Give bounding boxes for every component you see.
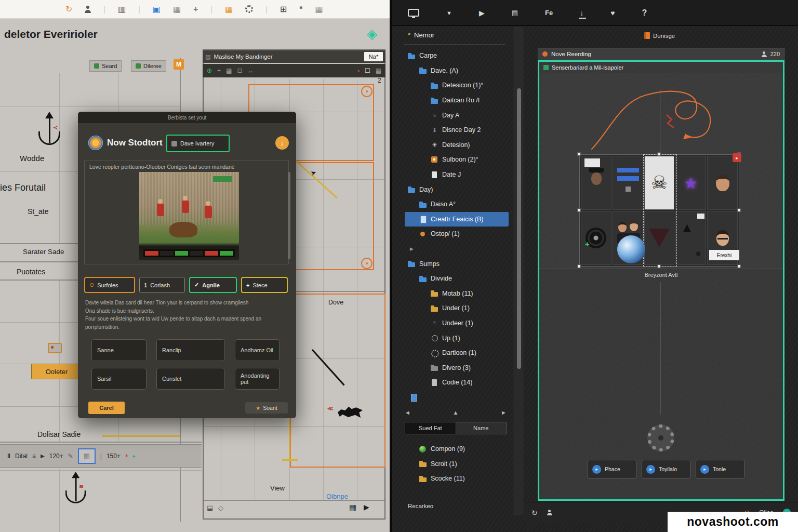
tree-item[interactable]: Undeer (1) [405, 316, 509, 331]
red-dot-icon[interactable]: ▪ [357, 67, 360, 74]
corlash-button[interactable]: 1 Corlash [139, 277, 185, 293]
checkbox-icon[interactable]: ☐ [365, 67, 370, 74]
sprite-cell-face[interactable] [707, 156, 738, 210]
box-icon[interactable]: ⊡ [237, 67, 242, 74]
pause-icon[interactable]: ‖ [7, 453, 10, 460]
nav-up-icon[interactable]: ▲ [453, 409, 459, 416]
selection-rect[interactable] [290, 294, 385, 468]
rotate-handle[interactable] [361, 258, 373, 269]
tree-item[interactable]: Under (1) [405, 301, 509, 316]
green-plus-icon[interactable]: + [585, 240, 590, 248]
option-button[interactable]: Ranclip [156, 339, 225, 361]
sprite-cell-purple-burst[interactable]: ★ [675, 156, 706, 210]
tab-name[interactable]: Name [456, 422, 507, 434]
sprite-editor-canvas[interactable]: Senserbariard a Mil-Isapoler [538, 60, 784, 501]
option-button[interactable]: Cunslet [156, 368, 225, 390]
tree-item[interactable]: Creattr Feaicis (B) [405, 212, 509, 227]
badge-m[interactable]: M [174, 59, 184, 70]
sprite-cell-blue-bars[interactable] [613, 156, 643, 210]
window-icon[interactable]: ▣ [153, 5, 161, 14]
ooleter-button[interactable]: Ooleter [31, 364, 82, 379]
tree-item[interactable]: Divvide [405, 271, 509, 286]
dialog-titlebar[interactable]: Berbista set yout [78, 112, 296, 123]
selected-frame-cell[interactable]: ▦ [78, 448, 96, 464]
nav-right-icon[interactable]: ► [501, 409, 507, 416]
spark-icon[interactable]: * [299, 5, 302, 14]
tree-item[interactable]: Dave. (A) [405, 63, 509, 78]
cube-icon[interactable]: ⬓ [207, 504, 213, 512]
tree-item[interactable]: Dartloon (1) [405, 345, 509, 361]
tree-item[interactable]: Scocke (11) [405, 471, 507, 486]
tree-item[interactable]: Detesion) [405, 138, 509, 153]
grid-icon[interactable]: ▦ [226, 67, 232, 74]
panel2-chip[interactable]: Na* [364, 52, 383, 61]
tab-sued-fat[interactable]: Sued Fat [405, 422, 456, 434]
tree-item[interactable]: Compon (9) [405, 442, 507, 457]
tree-item[interactable]: Sulboon (2)° [405, 152, 509, 167]
heart-icon[interactable]: ♥ [610, 9, 615, 17]
lone-asset-icon[interactable] [411, 394, 417, 402]
tab-dunisge[interactable]: Dunisge [644, 32, 675, 39]
nav-left-icon[interactable]: ◄ [405, 409, 410, 416]
sprite-cell-vinyl[interactable] [581, 211, 611, 265]
tree-item[interactable]: Divero (3) [405, 360, 509, 375]
crosshair-icon[interactable]: + [217, 67, 221, 74]
settings-box-icon[interactable]: ⊞ [280, 5, 287, 14]
chevron-down-icon[interactable]: ▼ [446, 10, 452, 16]
tree-item[interactable]: Carpe [405, 48, 509, 63]
tab-seard[interactable]: Seard [89, 60, 122, 72]
stece-button[interactable]: + Stece [241, 277, 288, 293]
sprite-cell-hat-face[interactable] [581, 156, 611, 210]
tree-item[interactable]: Disnce Day 2 [405, 123, 509, 138]
export-diamond-icon[interactable]: ◈ [367, 26, 377, 42]
help-icon[interactable]: ? [642, 8, 647, 18]
handle-icon[interactable]: ≡ [32, 453, 36, 460]
tree-item[interactable]: Sumps [405, 256, 509, 271]
canvas-action-button[interactable]: ▸ Tonle [696, 460, 744, 478]
chart-icon[interactable]: ▥ [118, 5, 126, 14]
gear-dial-icon[interactable] [647, 424, 674, 451]
submit-button[interactable]: ★ Soant [245, 402, 288, 414]
tree-item[interactable]: Codie (14) [405, 375, 509, 390]
flag-icon[interactable]: ▶ [364, 503, 369, 511]
grid-icon[interactable]: ▦ [349, 503, 356, 512]
add-circle-icon[interactable]: ⊕ [207, 67, 212, 74]
tree-item[interactable] [405, 242, 509, 257]
download-icon[interactable]: ↓ [580, 9, 583, 17]
person-icon[interactable] [547, 510, 552, 515]
play-icon[interactable]: ▶ [479, 9, 485, 17]
apps-icon[interactable]: ▦ [225, 5, 233, 14]
option-button[interactable]: Sanne [91, 339, 147, 361]
grid-icon[interactable]: ▦ [173, 5, 181, 14]
tree-item[interactable]: Day A [405, 108, 509, 123]
sprite-cell-shapes[interactable]: ▲ ● [675, 211, 706, 265]
dave-ivartery-button[interactable]: Dave Ivartery [166, 135, 230, 152]
option-button[interactable]: Sarsil [91, 368, 147, 390]
rotate-handle[interactable] [361, 86, 373, 97]
diamond-icon[interactable]: ◇ [218, 504, 223, 512]
panel-splitter[interactable] [513, 27, 524, 515]
grid-icon[interactable]: ▦ [376, 67, 381, 74]
tree-item[interactable]: Up (1) [405, 330, 509, 345]
agnlie-button[interactable]: ✓ Agnlie [189, 277, 237, 293]
play-arrow-icon[interactable]: ▶ [41, 453, 45, 459]
user-icon[interactable] [85, 6, 91, 13]
option-button[interactable]: Andhamz Oil [235, 339, 280, 361]
tree-item[interactable]: Daitcan Ro /I [405, 93, 509, 108]
tree-item[interactable]: Scroit (1) [405, 457, 507, 472]
tree-item[interactable]: Daiso A° [405, 197, 509, 212]
option-button[interactable]: Anodanting put [235, 368, 280, 390]
rotate-icon[interactable]: ↻ [531, 509, 538, 517]
fe-tool-label[interactable]: Fe [545, 9, 553, 17]
monitor-icon[interactable] [408, 9, 419, 17]
gear-icon[interactable] [245, 5, 253, 13]
download-circle-icon[interactable]: ↓ [275, 136, 289, 150]
globe-sprite[interactable] [617, 235, 645, 263]
tree-item[interactable]: Date J [405, 167, 509, 182]
add-icon[interactable]: + [193, 5, 198, 14]
edit-icon[interactable]: ✎ [68, 453, 73, 460]
tree-item[interactable]: Ostop/ (1) [405, 227, 509, 242]
canvas-action-button[interactable]: ▸ Toyilalo [642, 460, 690, 478]
tree-item[interactable]: Motab (11) [405, 286, 509, 301]
sync-icon[interactable]: ↻ [65, 5, 72, 14]
